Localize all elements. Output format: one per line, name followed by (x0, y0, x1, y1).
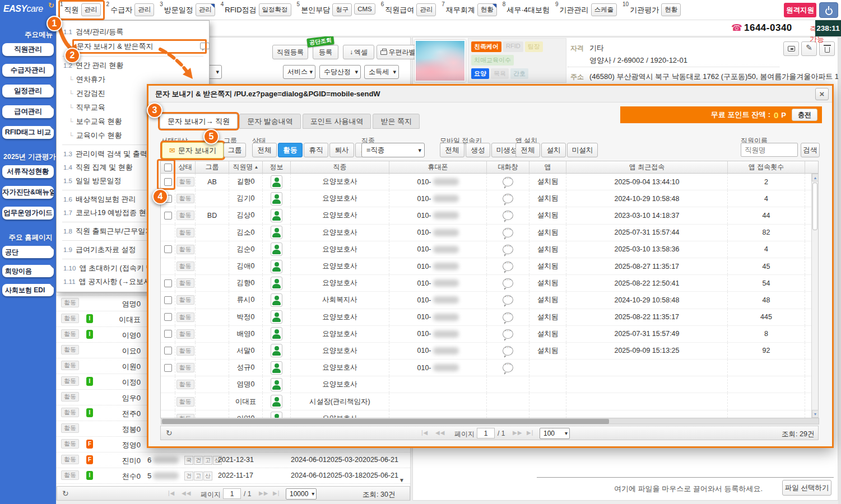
next-page-button[interactable]: ▶▶ (513, 430, 522, 436)
chat-icon[interactable] (503, 363, 513, 372)
table-row[interactable]: 활동김기0요양보호사010-설치됨2024-10-29 10:58:484 (161, 190, 818, 207)
last-page-button[interactable]: ▶| (527, 430, 533, 436)
column-header-그룹[interactable]: 그룹 (196, 161, 229, 173)
send-sms-button[interactable]: ✉문자 보내기 (162, 142, 224, 158)
person-info-icon[interactable] (271, 344, 282, 357)
menu-button-관리[interactable]: 관리 (81, 3, 101, 16)
sidebar-item-직원관리[interactable]: 직원관리 (2, 43, 54, 56)
person-info-icon[interactable] (271, 378, 282, 391)
last-page-button[interactable]: ▶| (273, 490, 280, 496)
person-info-icon[interactable] (271, 209, 282, 222)
app-install-filter-미설치[interactable]: 미설치 (567, 143, 598, 157)
table-row[interactable]: 활동김애0요양보호사010-설치됨2025-08-27 11:35:1745 (161, 258, 818, 275)
table-row[interactable]: 활동BD김상0요양보호사010-설치됨2023-03-10 14:18:3744 (161, 207, 818, 224)
tab-포인트 사용내역[interactable]: 포인트 사용내역 (303, 114, 371, 129)
menu-button-관리[interactable]: 관리 (196, 3, 215, 16)
menu-button-청구[interactable]: 청구 (332, 3, 352, 16)
person-info-icon[interactable] (271, 242, 282, 256)
chat-icon[interactable] (503, 346, 513, 356)
table-row[interactable]: 활동김향0요양보호사010-설치됨2025-08-22 12:50:4154 (161, 275, 818, 292)
file-select-button[interactable]: 파일 선택하기 (782, 480, 831, 496)
popup-window-button[interactable] (783, 41, 799, 56)
sidebar-item-일정관리[interactable]: 일정관리 (2, 85, 54, 97)
app-install-filter-전체[interactable]: 전체 (515, 143, 540, 157)
status-filter-전체[interactable]: 전체 (252, 143, 277, 157)
grid-vertical-scrollbar[interactable]: ▲ ▼ (811, 174, 818, 418)
select-all-checkbox[interactable] (164, 164, 172, 171)
person-info-icon[interactable] (271, 226, 282, 239)
column-header-앱 최근접속[interactable]: 앱 최근접속 (566, 161, 728, 173)
status-filter-활동[interactable]: 활동 (278, 143, 303, 157)
hscrollbar-thumb[interactable] (162, 419, 609, 424)
tab-문자 보내기→ 직원[interactable]: 문자 보내기→ 직원 (160, 114, 238, 129)
person-info-icon[interactable] (271, 293, 282, 307)
row-checkbox[interactable] (164, 364, 172, 372)
toolbar-button-엑셀[interactable]: ↓엑셀 (343, 45, 374, 59)
table-row[interactable]: 활동김순0요양보호사010-설치됨2025-03-10 13:58:364 (161, 241, 818, 258)
menu-button-일정확정[interactable]: 일정확정 (259, 3, 291, 16)
person-info-icon[interactable] (271, 277, 282, 290)
chat-icon[interactable] (503, 211, 513, 220)
toolbar-select-소득세[interactable]: 소득세 (364, 65, 399, 79)
phone-number[interactable]: 1644-0340 (744, 22, 792, 34)
menu-button-관리[interactable]: 관리 (416, 3, 436, 16)
person-info-icon[interactable] (271, 412, 282, 418)
toolbar-button-등록[interactable]: 등록 (313, 45, 338, 59)
refresh-icon[interactable]: ↻ (166, 428, 173, 437)
next-page-button[interactable]: ▶▶ (259, 490, 268, 496)
row-checkbox[interactable] (164, 296, 172, 304)
person-info-icon[interactable] (271, 361, 282, 375)
row-checkbox[interactable] (164, 330, 172, 338)
top-menu-item-8[interactable]: 8세무·4대보험 (501, 0, 554, 20)
charge-button[interactable]: 충전 (792, 109, 817, 121)
table-row[interactable]: 활동박정0요양보호사010-설치됨2025-08-22 11:35:17445 (161, 309, 818, 326)
scroll-down-icon[interactable]: ▼ (812, 410, 819, 418)
row-checkbox[interactable] (164, 212, 172, 220)
staff-list-row[interactable]: 활동I천수05건고산2022-11-172024-06-012025-03-18… (57, 468, 410, 484)
toolbar-button-직원등록[interactable]: 직원등록 (272, 45, 308, 59)
row-checkbox[interactable] (164, 245, 172, 253)
table-row[interactable]: 활동배영0요양보호사010-설치됨2025-07-31 15:57:498 (161, 326, 818, 343)
table-row[interactable]: 활동성규0요양보호사010- (161, 360, 818, 376)
list-scroll-down-icon[interactable]: ▼ (399, 477, 405, 483)
sidebar-item-희망이음[interactable]: 희망이음 (2, 265, 54, 277)
menu-button-CMS[interactable]: CMS (354, 3, 375, 15)
top-menu-item-4[interactable]: 4RFID점검일정확정 (219, 0, 295, 20)
row-checkbox[interactable] (164, 279, 172, 287)
sidebar-item-자가진단&매뉴얼[interactable]: 자가진단&매뉴얼 (2, 186, 54, 199)
top-menu-item-10[interactable]: 10기관평가현황 (621, 0, 685, 20)
chat-icon[interactable] (503, 262, 513, 271)
column-header-휴대폰[interactable]: 휴대폰 (389, 161, 487, 173)
search-button[interactable]: 검색 (801, 143, 820, 157)
column-header-정보[interactable]: 정보 (263, 161, 291, 173)
top-menu-item-9[interactable]: 9기관관리스케줄 (554, 0, 621, 20)
menu-button-관리[interactable]: 관리 (134, 3, 154, 16)
mobile-key-filter-생성[interactable]: 생성 (466, 143, 490, 157)
staff-photo[interactable] (415, 40, 466, 82)
first-page-button[interactable]: |◀ (421, 430, 428, 436)
top-menu-item-1[interactable]: 1직원관리 (58, 0, 105, 20)
top-menu-item-3[interactable]: 3방문일정관리 (158, 0, 219, 20)
toolbar-button-우편라벨[interactable]: 우편라벨 (377, 45, 419, 59)
chat-icon[interactable] (503, 278, 513, 288)
chat-icon[interactable] (503, 295, 513, 305)
page-input[interactable]: 1 (477, 428, 495, 438)
menu-button-현황[interactable]: 현황 (477, 3, 497, 16)
app-logo[interactable]: EASYcare ↻ (0, 0, 56, 20)
table-row[interactable]: 활동서말0요양보호사010-설치됨2025-09-09 15:13:2592 (161, 343, 818, 360)
top-menu-item-6[interactable]: 6직원급여관리 (379, 0, 440, 20)
column-header-직종[interactable]: 직종 (291, 161, 389, 173)
first-page-button[interactable]: |◀ (168, 490, 175, 496)
group-button[interactable]: 그룹 (224, 143, 246, 157)
dropdown-item[interactable]: 1.2연간 관리 현황 (57, 59, 209, 72)
chat-icon[interactable] (503, 329, 513, 339)
sidebar-item-RFID태그 비교[interactable]: RFID태그 비교 (2, 126, 54, 139)
grid-horizontal-scrollbar[interactable] (161, 418, 819, 424)
menu-button-스케줄[interactable]: 스케줄 (591, 3, 617, 16)
dropdown-subitem-highlighted[interactable]: └문자 보내기 & 받은쪽지 (72, 39, 207, 54)
page-size-select[interactable]: 100 (540, 428, 570, 439)
page-size-select[interactable]: 10000 (286, 488, 317, 500)
top-menu-item-2[interactable]: 2수급자관리 (105, 0, 159, 20)
remote-support-button[interactable]: 원격지원 (784, 3, 816, 17)
sidebar-item-공단[interactable]: 공단 (2, 246, 54, 258)
